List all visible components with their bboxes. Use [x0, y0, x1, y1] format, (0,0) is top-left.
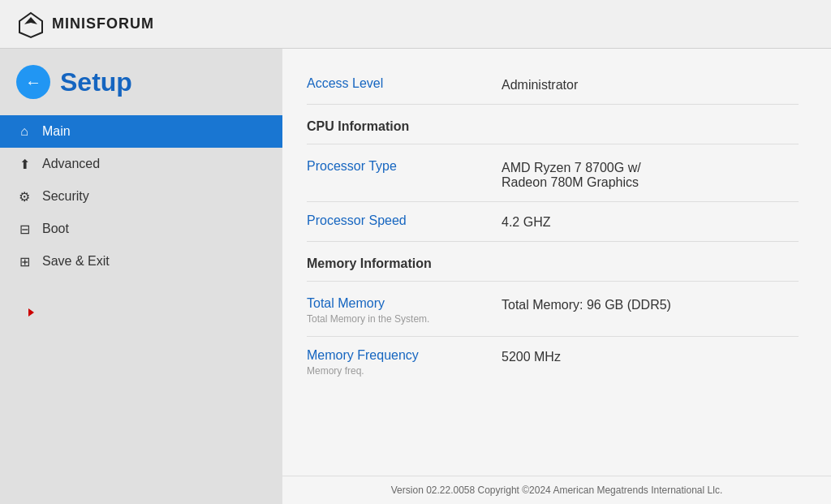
- processor-type-label-col: Processor Type: [307, 159, 502, 174]
- content-area: Access Level Administrator CPU Informati…: [282, 49, 831, 504]
- logo-icon: [16, 10, 45, 39]
- footer: Version 02.22.0058 Copyright ©2024 Ameri…: [282, 476, 831, 504]
- memory-frequency-row: Memory Frequency Memory freq. 5200 MHz: [307, 337, 799, 388]
- total-memory-value: Total Memory: 96 GB (DDR5): [502, 296, 799, 312]
- setup-header: ← Setup: [0, 57, 282, 115]
- sidebar-label-main: Main: [42, 124, 71, 139]
- cursor-overlay: [28, 308, 34, 317]
- setup-title: Setup: [60, 67, 132, 97]
- svg-marker-1: [24, 17, 37, 24]
- content-scroll[interactable]: Access Level Administrator CPU Informati…: [282, 49, 831, 476]
- total-memory-label: Total Memory: [307, 296, 385, 310]
- memory-frequency-label-col: Memory Frequency Memory freq.: [307, 348, 502, 377]
- top-bar: MINISFORUM: [0, 0, 831, 49]
- sidebar-item-security[interactable]: ⚙ Security: [0, 180, 282, 213]
- back-button[interactable]: ←: [16, 65, 50, 99]
- main-icon: ⌂: [16, 123, 32, 140]
- sidebar-label-advanced: Advanced: [42, 157, 100, 171]
- cpu-divider: [307, 144, 799, 144]
- total-memory-row: Total Memory Total Memory in the System.…: [307, 285, 799, 337]
- access-level-row: Access Level Administrator: [307, 65, 799, 105]
- memory-section-header: Memory Information: [307, 242, 799, 278]
- sidebar-item-main[interactable]: ⌂ Main: [0, 115, 282, 148]
- sidebar-item-save-exit[interactable]: ⊞ Save & Exit: [0, 245, 282, 278]
- access-level-label: Access Level: [307, 76, 383, 90]
- back-icon: ←: [25, 73, 41, 92]
- logo-area: MINISFORUM: [16, 10, 154, 39]
- footer-version-text: Version 02.22.0058 Copyright ©2024 Ameri…: [391, 485, 722, 496]
- sidebar: ← Setup ⌂ Main ⬆ Advanced ⚙ Security ⊟ B…: [0, 49, 282, 504]
- memory-divider: [307, 281, 799, 282]
- security-icon: ⚙: [16, 188, 32, 205]
- processor-speed-label-col: Processor Speed: [307, 213, 502, 228]
- sidebar-item-boot[interactable]: ⊟ Boot: [0, 213, 282, 245]
- processor-type-value: AMD Ryzen 7 8700G w/Radeon 780M Graphics: [502, 159, 799, 190]
- processor-speed-label: Processor Speed: [307, 213, 407, 227]
- total-memory-sub: Total Memory in the System.: [307, 313, 502, 325]
- save-exit-icon: ⊞: [16, 253, 32, 269]
- processor-type-label: Processor Type: [307, 159, 397, 173]
- cpu-section-header: CPU Information: [307, 105, 799, 140]
- access-level-value: Administrator: [502, 76, 799, 93]
- sidebar-item-advanced[interactable]: ⬆ Advanced: [0, 148, 282, 180]
- advanced-icon: ⬆: [16, 156, 32, 172]
- processor-speed-row: Processor Speed 4.2 GHZ: [307, 202, 799, 242]
- processor-type-row: Processor Type AMD Ryzen 7 8700G w/Radeo…: [307, 148, 799, 202]
- sidebar-label-security: Security: [42, 189, 89, 204]
- memory-frequency-sub: Memory freq.: [307, 365, 502, 377]
- sidebar-label-save-exit: Save & Exit: [42, 254, 110, 269]
- total-memory-label-col: Total Memory Total Memory in the System.: [307, 296, 502, 325]
- logo-text: MINISFORUM: [52, 15, 154, 32]
- boot-icon: ⊟: [16, 221, 32, 237]
- main-layout: ← Setup ⌂ Main ⬆ Advanced ⚙ Security ⊟ B…: [0, 49, 831, 504]
- mouse-cursor: [28, 308, 34, 317]
- memory-frequency-label: Memory Frequency: [307, 348, 419, 362]
- sidebar-label-boot: Boot: [42, 222, 69, 236]
- processor-speed-value: 4.2 GHZ: [502, 213, 799, 230]
- access-level-label-col: Access Level: [307, 76, 502, 91]
- memory-frequency-value: 5200 MHz: [502, 348, 799, 364]
- svg-marker-0: [19, 13, 42, 37]
